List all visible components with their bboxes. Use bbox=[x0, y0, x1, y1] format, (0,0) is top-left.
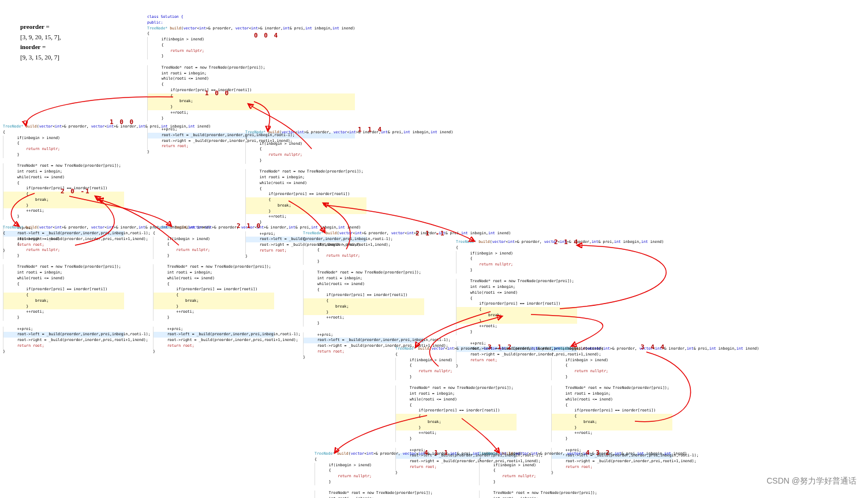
annot-c5: 2 1 -1 bbox=[416, 230, 446, 237]
call-9: TreeNode* build(vector<int>& preorder, v… bbox=[315, 451, 436, 498]
input-description: preorder = [3, 9, 20, 15, 7], inorder = … bbox=[20, 22, 61, 62]
call-5: TreeNode* build(vector<int>& preorder, v… bbox=[303, 231, 424, 360]
annot-c3: 2 1 0 bbox=[237, 222, 261, 230]
annot-c2: 2 0 -1 bbox=[61, 188, 91, 195]
annot-top-left: 1 0 0 bbox=[205, 89, 230, 97]
annot-c8: 3 4 4 bbox=[641, 343, 665, 351]
annot-top-params: 0 0 4 bbox=[254, 32, 279, 39]
inorder-value: [9, 3, 15, 20, 7] bbox=[20, 53, 61, 63]
preorder-label: preorder = bbox=[20, 23, 50, 30]
watermark: CSDN @努力学好普通话 bbox=[766, 476, 856, 486]
annot-c6: 2 1 4 bbox=[554, 238, 579, 246]
call-10: TreeNode* build(vector<int>& preorder, v… bbox=[479, 451, 600, 498]
call-2a: TreeNode* build(vector<int>& preorder, v… bbox=[3, 225, 124, 354]
annot-c7: 3 1 2 bbox=[488, 343, 512, 351]
inorder-label: inorder = bbox=[20, 43, 46, 50]
annot-c9: 4 1 1 bbox=[424, 449, 449, 456]
annot-c4: 1 1 4 bbox=[358, 126, 383, 133]
preorder-value: [3, 9, 20, 15, 7], bbox=[20, 32, 61, 43]
annot-c10: 4 3 2 bbox=[586, 449, 611, 456]
call-3: TreeNode* build(vector<int>& preorder, v… bbox=[153, 225, 274, 354]
annot-c1: 1 0 0 bbox=[110, 118, 134, 126]
